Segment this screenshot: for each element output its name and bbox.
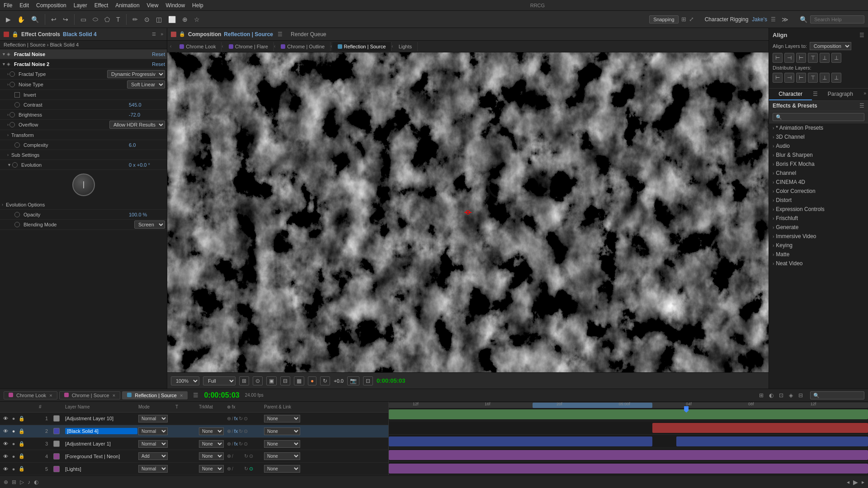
layer-4-eye-btn[interactable]: 👁: [2, 454, 9, 459]
layer-1-eye-btn[interactable]: 👁: [2, 416, 9, 421]
layer-2-name[interactable]: [Black Solid 4]: [65, 428, 137, 434]
layer-4-lock-btn[interactable]: 🔒: [18, 453, 25, 459]
pen-tool[interactable]: ✏: [130, 14, 140, 24]
menu-window[interactable]: Window: [165, 2, 185, 9]
layer-2-motion-btn[interactable]: ↻: [239, 428, 243, 434]
transparency-btn[interactable]: ▦: [294, 376, 304, 385]
layer-2-eye-btn[interactable]: 👁: [2, 428, 9, 434]
comp-viewport[interactable]: RRCG 人人CG 素材: [167, 52, 769, 372]
menu-help[interactable]: Help: [192, 2, 203, 9]
timeline-tab-chrome-source[interactable]: Chrome | Source ×: [59, 391, 121, 399]
layer-1-mode[interactable]: Normal: [138, 415, 168, 422]
layer-2-transform-btn[interactable]: ⊕: [227, 428, 231, 434]
select-tool[interactable]: ▶: [4, 14, 13, 24]
tab-character[interactable]: Character: [769, 89, 812, 100]
layer-5-parent-link[interactable]: None: [264, 465, 300, 473]
align-menu-icon[interactable]: ☰: [859, 32, 864, 38]
timeline-tab-reflection[interactable]: Reflection | Source ×: [122, 391, 188, 399]
para-expand-icon[interactable]: »: [862, 89, 868, 100]
layer-1-parent-link[interactable]: None: [264, 415, 300, 422]
add-layer-btn[interactable]: ⊕: [4, 479, 8, 485]
timeline-search-input[interactable]: [810, 391, 864, 399]
layer-5-solo-btn[interactable]: ●: [10, 466, 17, 472]
evolution-options-expand[interactable]: ›: [2, 202, 3, 207]
effects-item-color-correction[interactable]: › Color Correction: [769, 187, 868, 196]
fractal-type-dropdown[interactable]: Dynamic Progressiv Basic Turbulent Basic: [107, 70, 165, 78]
tab-chrome-flare[interactable]: Chrome | Flare: [223, 42, 274, 51]
layer-row-1[interactable]: 👁 ● 🔒 1 [Adjustment Layer 10] Normal ⊕ /…: [0, 413, 388, 425]
fractal-type-row[interactable]: › Fractal Type Dynamic Progressiv Basic …: [0, 69, 167, 80]
layer-2-solo-btn[interactable]: ●: [10, 428, 17, 434]
grid-btn[interactable]: ⊞: [239, 376, 249, 385]
tab-arrow-left-1[interactable]: ‹: [167, 44, 174, 49]
dist-hcenter-btn[interactable]: ⊣: [784, 73, 794, 83]
dist-vcenter-btn[interactable]: ⊥: [820, 73, 830, 83]
motion-blur-btn[interactable]: ◈: [787, 391, 795, 399]
layer-4-motion-btn[interactable]: ↻: [244, 453, 248, 459]
sub-settings-expand[interactable]: ›: [7, 153, 9, 157]
layer-5-transform-btn[interactable]: ⊕: [227, 466, 231, 472]
chrome-look-close[interactable]: ×: [49, 393, 52, 398]
track-bar-4[interactable]: [389, 450, 868, 460]
effects-item-expression-controls[interactable]: › Expression Controls: [769, 205, 868, 214]
align-left-btn[interactable]: ⊢: [773, 53, 783, 63]
zoom-tool[interactable]: 🔍: [29, 14, 41, 24]
track-bar-5[interactable]: [389, 464, 868, 474]
fractal-noise-2-reset[interactable]: Reset: [152, 61, 165, 67]
effects-item-blur-sharpen[interactable]: › Blur & Sharpen: [769, 150, 868, 160]
layer-3-solo-btn[interactable]: ●: [10, 441, 17, 446]
evolution-options-row[interactable]: › Evolution Options: [0, 200, 167, 210]
color-btn[interactable]: ●: [308, 376, 316, 385]
tab-paragraph[interactable]: Paragraph: [819, 89, 862, 100]
layer-2-fx-btn[interactable]: fx: [234, 428, 238, 434]
blending-mode-dropdown[interactable]: Screen Normal Add Multiply: [134, 221, 165, 229]
effects-item-keying[interactable]: › Keying: [769, 241, 868, 250]
next-frame-btn[interactable]: ▸: [862, 479, 864, 485]
layer-2-link-btn[interactable]: ⊙: [244, 428, 248, 434]
menu-effect[interactable]: Effect: [94, 2, 108, 9]
align-top-btn[interactable]: ⊤: [808, 53, 818, 63]
layer-4-trkmat[interactable]: None: [199, 452, 224, 460]
layer-3-parent-link[interactable]: None: [264, 440, 300, 448]
layer-5-trkmat[interactable]: None: [199, 465, 224, 473]
dist-left-btn[interactable]: ⊢: [773, 73, 783, 83]
sub-settings-row[interactable]: › Sub Settings: [0, 150, 167, 160]
layer-1-link-btn[interactable]: ⊙: [244, 416, 248, 422]
menu-file[interactable]: File: [4, 2, 12, 9]
text-tool[interactable]: T: [114, 14, 123, 24]
layer-row-5[interactable]: 👁 ● 🔒 5 [Lights] Normal None ⊕ / ↻ ⊙ Non: [0, 463, 388, 475]
audio-btn[interactable]: ♪: [28, 479, 30, 485]
tab-reflection-source[interactable]: Reflection | Source: [332, 42, 392, 51]
fractal-type-expand[interactable]: ›: [7, 72, 9, 76]
layer-1-transform-btn[interactable]: ⊕: [227, 416, 231, 422]
mask-feather-tool[interactable]: ⊙: [142, 14, 152, 24]
layer-3-trkmat[interactable]: None: [199, 440, 224, 448]
layer-4-link-btn[interactable]: ⊙: [249, 453, 253, 459]
dist-right-btn[interactable]: ⊢: [796, 73, 806, 83]
layer-1-motion-btn[interactable]: ↻: [239, 416, 243, 422]
effects-item-frischluft[interactable]: › Frischluft: [769, 214, 868, 223]
layer-3-fx-btn[interactable]: fx: [234, 441, 238, 446]
effects-item-immersive-video[interactable]: › Immersive Video: [769, 232, 868, 241]
roto-brush-tool[interactable]: ⊕: [180, 14, 190, 24]
workspace-menu-icon[interactable]: ☰: [771, 16, 776, 23]
effects-item-audio[interactable]: › Audio: [769, 141, 868, 150]
render-btn[interactable]: ▣: [266, 376, 277, 385]
align-vcenter-btn[interactable]: ⊥: [820, 53, 830, 63]
evolution-row[interactable]: ▼ Evolution 0 x +0.0 °: [0, 160, 167, 170]
layer-3-transform-btn[interactable]: ⊕: [227, 441, 231, 447]
layer-row-3[interactable]: 👁 ● 🔒 3 [Adjustment Layer 1] Normal None…: [0, 438, 388, 450]
mask-btn[interactable]: ⊙: [253, 376, 263, 385]
snapshot-btn[interactable]: 📷: [347, 376, 359, 385]
brightness-value[interactable]: -72.0: [129, 112, 165, 117]
invert-checkbox[interactable]: [14, 92, 20, 98]
effects-item-matte[interactable]: › Matte: [769, 250, 868, 259]
zoom-dropdown[interactable]: 100% 50% 200%: [171, 376, 199, 385]
timeline-tab-chrome-look[interactable]: Chrome Look ×: [4, 391, 57, 399]
rect-tool[interactable]: ▭: [78, 14, 89, 24]
overflow-expand[interactable]: ›: [7, 122, 9, 127]
snapping-button[interactable]: Snapping: [649, 15, 679, 23]
fractal-noise-2-header[interactable]: ▼ ◈ Fractal Noise 2 Reset: [0, 59, 167, 69]
panel-expand-icon[interactable]: »: [160, 32, 163, 37]
tab-lights[interactable]: Lights: [393, 42, 418, 51]
